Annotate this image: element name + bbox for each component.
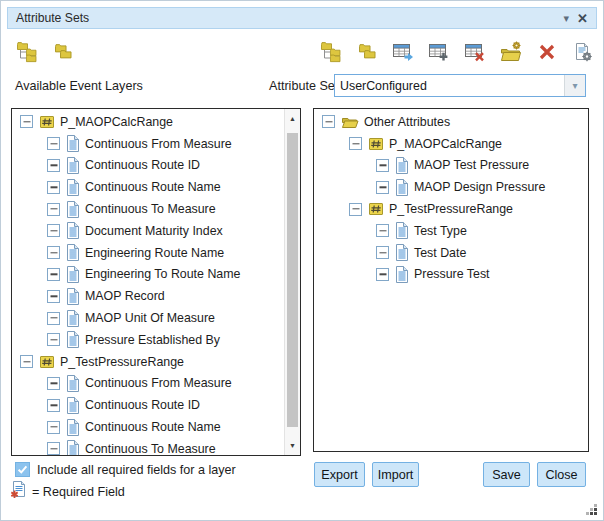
tree-row[interactable]: P_MAOPCalcRange	[12, 111, 284, 133]
close-icon[interactable]: ✕	[575, 11, 596, 26]
tree-row[interactable]: Continuous Route Name	[12, 176, 284, 198]
tree-row[interactable]: P_TestPressureRange	[314, 198, 588, 220]
attribute-sets-dialog: Attribute Sets ▾ ✕ Available Event Layer…	[0, 0, 604, 521]
import-button[interactable]: Import	[372, 462, 419, 487]
tree-node-label: Continuous From Measure	[85, 137, 232, 151]
collapse-toggle-icon[interactable]	[20, 355, 33, 368]
doc-gear-icon	[573, 42, 593, 62]
delete-attribute-set-button[interactable]	[535, 40, 559, 64]
tree-row[interactable]: Pressure Test	[314, 264, 588, 286]
tree-node-label: Continuous From Measure	[85, 376, 232, 390]
tree-row[interactable]: MAOP Unit Of Measure	[12, 307, 284, 329]
open-folder-icon	[341, 115, 359, 129]
attribute-set-dropdown[interactable]: UserConfigured ▾	[334, 74, 586, 97]
add-table-button[interactable]	[427, 40, 451, 64]
tree-node-label: MAOP Design Pressure	[414, 180, 545, 194]
add-event-layers-button[interactable]	[319, 40, 343, 64]
dropdown-arrow-button[interactable]: ▾	[564, 75, 585, 96]
collapse-toggle-icon[interactable]	[47, 268, 60, 281]
new-attribute-set-button[interactable]	[499, 40, 523, 64]
tree-row[interactable]: P_TestPressureRange	[12, 351, 284, 373]
dock-caret-icon[interactable]: ▾	[558, 12, 576, 25]
collapse-toggle-icon[interactable]	[47, 203, 60, 216]
tree-row[interactable]: Continuous To Measure	[12, 438, 284, 455]
collapse-toggle-icon[interactable]	[47, 224, 60, 237]
tree-folders-icon	[319, 41, 343, 63]
collapse-toggle-icon[interactable]	[47, 442, 60, 455]
collapse-toggle-icon[interactable]	[376, 224, 389, 237]
add-event-layers-button[interactable]	[15, 40, 39, 64]
scroll-up-icon[interactable]: ▲	[285, 111, 300, 126]
tree-row[interactable]: Continuous From Measure	[12, 133, 284, 155]
tree-node-label: Continuous Route Name	[85, 180, 221, 194]
scrollbar-thumb[interactable]	[287, 133, 298, 427]
tree-node-label: Pressure Test	[414, 267, 490, 281]
collapse-toggle-icon[interactable]	[20, 115, 33, 128]
collapse-toggle-icon[interactable]	[47, 246, 60, 259]
open-folders-button[interactable]	[355, 40, 379, 64]
document-icon	[66, 288, 80, 305]
collapse-toggle-icon[interactable]	[47, 377, 60, 390]
collapse-toggle-icon[interactable]	[47, 159, 60, 172]
collapse-toggle-icon[interactable]	[322, 115, 335, 128]
attribute-set-label: Attribute Set:	[269, 79, 342, 93]
tree-row[interactable]: Continuous From Measure	[12, 373, 284, 395]
tree-row[interactable]: MAOP Record	[12, 285, 284, 307]
collapse-toggle-icon[interactable]	[47, 399, 60, 412]
tree-row[interactable]: Document Maturity Index	[12, 220, 284, 242]
table-arrow-icon	[392, 42, 414, 62]
export-table-button[interactable]	[391, 40, 415, 64]
tree-row[interactable]: Continuous To Measure	[12, 198, 284, 220]
collapse-toggle-icon[interactable]	[47, 181, 60, 194]
configure-report-button[interactable]	[571, 40, 595, 64]
tree-node-label: Continuous To Measure	[85, 202, 216, 216]
document-icon	[395, 179, 409, 196]
tree-row[interactable]: Test Date	[314, 242, 588, 264]
open-folders-button[interactable]	[51, 40, 75, 64]
tree-row[interactable]: Continuous Route Name	[12, 416, 284, 438]
tree-row[interactable]: Test Type	[314, 220, 588, 242]
tree-row[interactable]: P_MAOPCalcRange	[314, 133, 588, 155]
tree-row[interactable]: Engineering Route Name	[12, 242, 284, 264]
tree-row[interactable]: Continuous Route ID	[12, 155, 284, 177]
save-button[interactable]: Save	[483, 462, 530, 487]
close-button[interactable]: Close	[537, 462, 586, 487]
collapse-toggle-icon[interactable]	[376, 268, 389, 281]
collapse-toggle-icon[interactable]	[47, 290, 60, 303]
tree-node-label: P_TestPressureRange	[60, 355, 184, 369]
collapse-toggle-icon[interactable]	[349, 137, 362, 150]
collapse-toggle-icon[interactable]	[47, 137, 60, 150]
scroll-down-icon[interactable]: ▼	[285, 438, 300, 453]
document-icon	[66, 222, 80, 239]
tree-node-label: Continuous To Measure	[85, 442, 216, 455]
available-layers-tree: P_MAOPCalcRangeContinuous From MeasureCo…	[12, 109, 284, 455]
document-icon	[66, 179, 80, 196]
tree-row[interactable]: Engineering To Route Name	[12, 264, 284, 286]
attribute-set-panel: Other AttributesP_MAOPCalcRangeMAOP Test…	[313, 108, 589, 452]
tree-row[interactable]: MAOP Test Pressure	[314, 155, 588, 177]
collapse-toggle-icon[interactable]	[349, 203, 362, 216]
tree-node-label: Engineering To Route Name	[85, 267, 240, 281]
collapse-toggle-icon[interactable]	[376, 159, 389, 172]
export-button[interactable]: Export	[314, 462, 365, 487]
document-icon	[395, 266, 409, 283]
tree-node-label: Test Date	[414, 246, 466, 260]
collapse-toggle-icon[interactable]	[47, 312, 60, 325]
tree-row[interactable]: Continuous Route ID	[12, 394, 284, 416]
collapse-toggle-icon[interactable]	[47, 333, 60, 346]
tree-row[interactable]: Other Attributes	[314, 111, 588, 133]
document-icon	[66, 244, 80, 261]
collapse-toggle-icon[interactable]	[376, 181, 389, 194]
include-required-fields-checkbox[interactable]	[15, 462, 30, 477]
document-icon	[395, 157, 409, 174]
resize-grip[interactable]	[585, 502, 598, 515]
document-icon	[66, 375, 80, 392]
document-icon	[395, 222, 409, 239]
remove-table-button[interactable]	[463, 40, 487, 64]
tree-row[interactable]: Pressure Established By	[12, 329, 284, 351]
collapse-toggle-icon[interactable]	[47, 421, 60, 434]
tree-row[interactable]: MAOP Design Pressure	[314, 176, 588, 198]
document-icon	[66, 331, 80, 348]
collapse-toggle-icon[interactable]	[376, 246, 389, 259]
vertical-scrollbar[interactable]: ▲ ▼	[284, 109, 300, 455]
